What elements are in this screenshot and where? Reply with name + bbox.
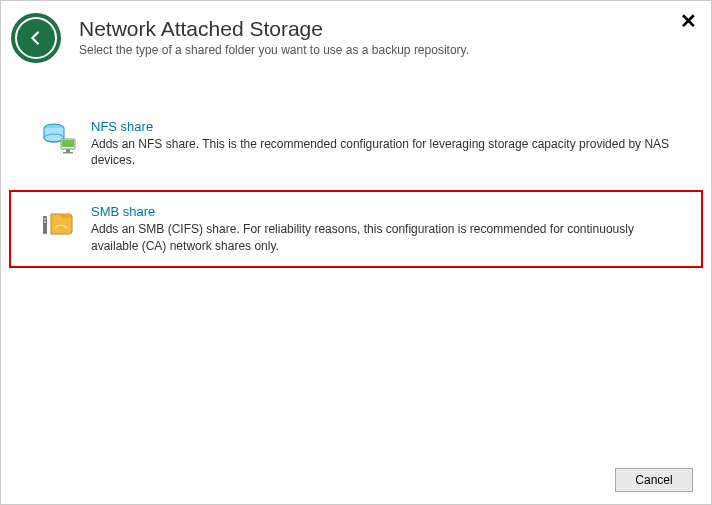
svg-rect-9: [44, 221, 46, 223]
svg-point-0: [27, 29, 45, 47]
nfs-share-icon: [41, 121, 77, 157]
option-title: NFS share: [91, 119, 679, 134]
svg-rect-5: [66, 149, 70, 152]
close-icon[interactable]: ✕: [680, 11, 697, 31]
option-nfs-share[interactable]: NFS share Adds an NFS share. This is the…: [11, 107, 701, 180]
option-desc: Adds an SMB (CIFS) share. For reliabilit…: [91, 221, 679, 253]
footer: Cancel: [615, 468, 693, 492]
options-list: NFS share Adds an NFS share. This is the…: [1, 107, 711, 268]
page-subtitle: Select the type of a shared folder you w…: [79, 43, 469, 57]
back-button[interactable]: [15, 17, 57, 59]
svg-rect-6: [63, 152, 73, 154]
option-title: SMB share: [91, 204, 679, 219]
svg-rect-4: [62, 140, 74, 147]
option-smb-share[interactable]: SMB share Adds an SMB (CIFS) share. For …: [9, 190, 703, 267]
smb-share-icon: [41, 206, 77, 242]
page-title: Network Attached Storage: [79, 17, 469, 41]
svg-rect-8: [44, 218, 46, 220]
cancel-button[interactable]: Cancel: [615, 468, 693, 492]
option-desc: Adds an NFS share. This is the recommend…: [91, 136, 679, 168]
header-bar: Network Attached Storage Select the type…: [1, 1, 711, 77]
